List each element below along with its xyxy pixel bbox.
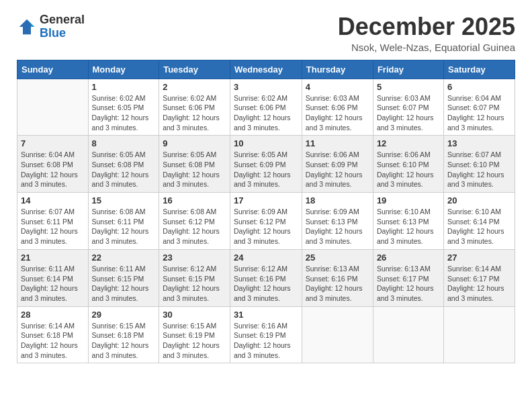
day-number: 9 [163,138,226,148]
day-number: 12 [377,138,440,148]
calendar-cell: 23Sunrise: 6:12 AM Sunset: 6:15 PM Dayli… [159,249,230,306]
calendar-cell: 10Sunrise: 6:05 AM Sunset: 6:09 PM Dayli… [230,136,302,193]
calendar-cell: 29Sunrise: 6:15 AM Sunset: 6:18 PM Dayli… [88,306,159,363]
calendar-cell: 4Sunrise: 6:03 AM Sunset: 6:06 PM Daylig… [302,79,373,136]
logo-text: General Blue [40,13,85,40]
day-info: Sunrise: 6:07 AM Sunset: 6:10 PM Dayligh… [447,150,511,189]
day-info: Sunrise: 6:04 AM Sunset: 6:08 PM Dayligh… [21,150,85,189]
calendar-cell: 25Sunrise: 6:13 AM Sunset: 6:16 PM Dayli… [302,249,373,306]
logo-icon [17,17,37,37]
day-number: 18 [306,195,369,205]
day-info: Sunrise: 6:10 AM Sunset: 6:14 PM Dayligh… [447,207,511,246]
logo-general: General [40,13,85,27]
calendar-cell: 3Sunrise: 6:02 AM Sunset: 6:06 PM Daylig… [230,79,302,136]
column-header-wednesday: Wednesday [230,60,302,79]
day-info: Sunrise: 6:12 AM Sunset: 6:16 PM Dayligh… [234,264,298,304]
day-number: 15 [92,195,156,205]
title-block: December 2025 Nsok, Wele-Nzas, Equatoria… [338,13,515,53]
calendar-cell [373,306,443,363]
calendar-cell: 17Sunrise: 6:09 AM Sunset: 6:12 PM Dayli… [230,193,302,250]
calendar-cell [443,306,515,363]
calendar-cell: 7Sunrise: 6:04 AM Sunset: 6:08 PM Daylig… [17,136,89,193]
calendar-cell: 20Sunrise: 6:10 AM Sunset: 6:14 PM Dayli… [443,193,515,250]
calendar-cell: 30Sunrise: 6:15 AM Sunset: 6:19 PM Dayli… [159,306,230,363]
day-info: Sunrise: 6:13 AM Sunset: 6:17 PM Dayligh… [377,264,440,304]
day-number: 1 [92,82,156,92]
day-info: Sunrise: 6:14 AM Sunset: 6:17 PM Dayligh… [447,264,511,304]
calendar-cell: 27Sunrise: 6:14 AM Sunset: 6:17 PM Dayli… [443,249,515,306]
logo: General Blue [17,13,85,40]
calendar-cell: 8Sunrise: 6:05 AM Sunset: 6:08 PM Daylig… [88,136,159,193]
day-info: Sunrise: 6:10 AM Sunset: 6:13 PM Dayligh… [377,207,440,246]
calendar-cell: 5Sunrise: 6:03 AM Sunset: 6:07 PM Daylig… [373,79,443,136]
day-info: Sunrise: 6:08 AM Sunset: 6:11 PM Dayligh… [92,207,156,246]
column-header-saturday: Saturday [443,60,515,79]
calendar-week-row: 28Sunrise: 6:14 AM Sunset: 6:18 PM Dayli… [17,306,515,363]
day-info: Sunrise: 6:11 AM Sunset: 6:14 PM Dayligh… [21,264,85,304]
day-info: Sunrise: 6:06 AM Sunset: 6:09 PM Dayligh… [306,150,369,189]
day-number: 14 [21,195,85,205]
day-info: Sunrise: 6:06 AM Sunset: 6:10 PM Dayligh… [377,150,440,189]
calendar-cell: 15Sunrise: 6:08 AM Sunset: 6:11 PM Dayli… [88,193,159,250]
day-info: Sunrise: 6:02 AM Sunset: 6:06 PM Dayligh… [234,93,298,133]
day-info: Sunrise: 6:15 AM Sunset: 6:18 PM Dayligh… [92,321,156,361]
day-info: Sunrise: 6:15 AM Sunset: 6:19 PM Dayligh… [163,321,226,361]
day-info: Sunrise: 6:02 AM Sunset: 6:05 PM Dayligh… [92,93,156,133]
day-number: 16 [163,195,226,205]
day-number: 13 [447,138,511,148]
calendar-cell: 6Sunrise: 6:04 AM Sunset: 6:07 PM Daylig… [443,79,515,136]
day-info: Sunrise: 6:09 AM Sunset: 6:13 PM Dayligh… [306,207,369,246]
calendar-cell: 21Sunrise: 6:11 AM Sunset: 6:14 PM Dayli… [17,249,89,306]
location-subtitle: Nsok, Wele-Nzas, Equatorial Guinea [338,42,515,53]
column-header-monday: Monday [88,60,159,79]
calendar-week-row: 7Sunrise: 6:04 AM Sunset: 6:08 PM Daylig… [17,136,515,193]
day-number: 29 [92,310,156,320]
day-number: 4 [306,82,369,92]
day-number: 24 [234,253,298,263]
column-header-thursday: Thursday [302,60,373,79]
calendar-cell: 14Sunrise: 6:07 AM Sunset: 6:11 PM Dayli… [17,193,89,250]
day-number: 2 [163,82,226,92]
day-info: Sunrise: 6:07 AM Sunset: 6:11 PM Dayligh… [21,207,85,246]
calendar-cell: 22Sunrise: 6:11 AM Sunset: 6:15 PM Dayli… [88,249,159,306]
day-info: Sunrise: 6:16 AM Sunset: 6:19 PM Dayligh… [234,321,298,361]
day-number: 19 [377,195,440,205]
day-number: 11 [306,138,369,148]
day-info: Sunrise: 6:03 AM Sunset: 6:07 PM Dayligh… [377,93,440,133]
calendar-cell: 18Sunrise: 6:09 AM Sunset: 6:13 PM Dayli… [302,193,373,250]
day-number: 27 [447,253,511,263]
calendar-week-row: 1Sunrise: 6:02 AM Sunset: 6:05 PM Daylig… [17,79,515,136]
day-number: 10 [234,138,298,148]
calendar-cell: 26Sunrise: 6:13 AM Sunset: 6:17 PM Dayli… [373,249,443,306]
calendar-week-row: 14Sunrise: 6:07 AM Sunset: 6:11 PM Dayli… [17,193,515,250]
logo-blue: Blue [40,27,85,40]
day-number: 6 [447,82,511,92]
day-number: 28 [21,310,85,320]
day-info: Sunrise: 6:14 AM Sunset: 6:18 PM Dayligh… [21,321,85,361]
day-info: Sunrise: 6:12 AM Sunset: 6:15 PM Dayligh… [163,264,226,304]
day-number: 30 [163,310,226,320]
day-info: Sunrise: 6:05 AM Sunset: 6:08 PM Dayligh… [92,150,156,189]
day-number: 23 [163,253,226,263]
calendar-cell: 31Sunrise: 6:16 AM Sunset: 6:19 PM Dayli… [230,306,302,363]
calendar-cell [302,306,373,363]
calendar-table: SundayMondayTuesdayWednesdayThursdayFrid… [17,60,515,364]
day-info: Sunrise: 6:05 AM Sunset: 6:08 PM Dayligh… [163,150,226,189]
day-number: 31 [234,310,298,320]
day-info: Sunrise: 6:04 AM Sunset: 6:07 PM Dayligh… [447,93,511,133]
calendar-cell: 11Sunrise: 6:06 AM Sunset: 6:09 PM Dayli… [302,136,373,193]
calendar-week-row: 21Sunrise: 6:11 AM Sunset: 6:14 PM Dayli… [17,249,515,306]
day-info: Sunrise: 6:11 AM Sunset: 6:15 PM Dayligh… [92,264,156,304]
day-number: 17 [234,195,298,205]
calendar-cell: 12Sunrise: 6:06 AM Sunset: 6:10 PM Dayli… [373,136,443,193]
calendar-cell: 24Sunrise: 6:12 AM Sunset: 6:16 PM Dayli… [230,249,302,306]
column-header-friday: Friday [373,60,443,79]
day-number: 8 [92,138,156,148]
day-number: 3 [234,82,298,92]
calendar-cell: 9Sunrise: 6:05 AM Sunset: 6:08 PM Daylig… [159,136,230,193]
calendar-cell: 16Sunrise: 6:08 AM Sunset: 6:12 PM Dayli… [159,193,230,250]
column-header-sunday: Sunday [17,60,89,79]
month-title: December 2025 [338,13,515,40]
calendar-cell: 19Sunrise: 6:10 AM Sunset: 6:13 PM Dayli… [373,193,443,250]
calendar-cell: 28Sunrise: 6:14 AM Sunset: 6:18 PM Dayli… [17,306,89,363]
